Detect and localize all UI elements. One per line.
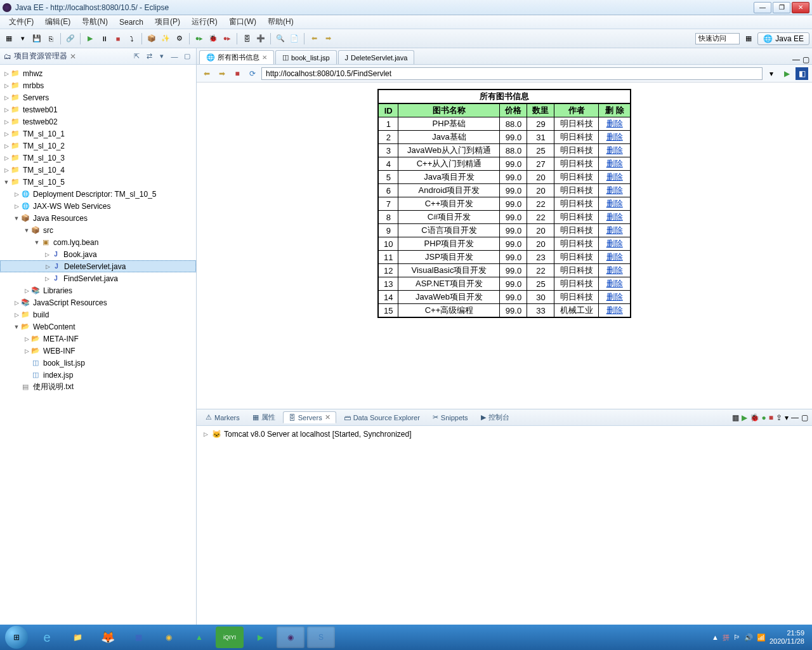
collapse-all-icon[interactable]: ⇱ — [131, 51, 141, 62]
delete-link[interactable]: 删除 — [606, 225, 623, 235]
run-icon[interactable]: ●▸ — [193, 32, 206, 45]
minimize-button[interactable]: — — [754, 2, 771, 13]
view-menu-icon[interactable]: ▾ — [157, 51, 167, 62]
expand-icon[interactable]: ▷ — [13, 299, 20, 307]
expand-icon[interactable] — [23, 371, 30, 379]
new-server-icon[interactable]: ➕ — [254, 32, 267, 45]
search-icon[interactable]: 🔍 — [274, 32, 287, 45]
expand-icon[interactable]: ▷ — [3, 106, 10, 114]
explorer-icon[interactable]: 📁 — [63, 627, 91, 648]
close-icon[interactable]: ✕ — [262, 54, 267, 61]
expand-icon[interactable] — [13, 383, 20, 391]
expand-icon[interactable]: ▷ — [3, 166, 10, 174]
bottom-tab-属性[interactable]: ▦属性 — [247, 411, 280, 423]
tree-item[interactable]: ▷DeleteServlet.java — [0, 260, 196, 272]
tree-item[interactable]: ▷WEB-INF — [0, 345, 196, 357]
expand-icon[interactable]: ▷ — [3, 94, 10, 102]
bottom-max-icon[interactable]: ▢ — [801, 413, 808, 422]
delete-link[interactable]: 删除 — [606, 119, 623, 128]
tree-item[interactable]: ▷mrbbs — [0, 79, 196, 91]
tree-item[interactable]: ▷FindServlet.java — [0, 272, 196, 284]
minimize-view-icon[interactable]: — — [169, 51, 180, 62]
start-button[interactable]: ⊞ — [3, 627, 30, 648]
expand-icon[interactable]: ▷ — [3, 118, 10, 126]
expand-icon[interactable]: ▼ — [13, 215, 20, 222]
flag-icon[interactable]: 🏳 — [733, 633, 740, 641]
server-view-icon[interactable]: ▦ — [732, 413, 739, 422]
ext-run-icon[interactable]: ●▸ — [221, 32, 233, 45]
menu-Search[interactable]: Search — [114, 17, 148, 28]
app2-icon[interactable]: ◉ — [155, 627, 183, 648]
bottom-min-icon[interactable]: — — [791, 413, 799, 422]
tree-item[interactable]: ▷TM_sl_10_3 — [0, 152, 196, 164]
tree-item[interactable]: ▷Book.java — [0, 248, 196, 260]
delete-link[interactable]: 删除 — [606, 185, 623, 195]
open-perspective-icon[interactable]: ▦ — [742, 32, 755, 45]
expand-icon[interactable]: ▷ — [43, 251, 51, 258]
bottom-tab-Snippets[interactable]: ✂Snippets — [428, 412, 473, 423]
stop-load-icon[interactable]: ■ — [231, 67, 244, 80]
expand-icon[interactable]: ▷ — [13, 311, 20, 319]
tree-item[interactable]: index.jsp — [0, 369, 196, 381]
expand-icon[interactable]: ▷ — [13, 190, 20, 198]
delete-link[interactable]: 删除 — [606, 145, 623, 155]
maximize-button[interactable]: ❐ — [773, 2, 790, 13]
tray-icon[interactable]: ▲ — [712, 633, 719, 641]
expand-icon[interactable]: ▷ — [3, 130, 10, 138]
tree-item[interactable]: ▷Libraries — [0, 284, 196, 296]
app5-icon[interactable]: ▶ — [246, 627, 274, 648]
tree-item[interactable]: ▷JAX-WS Web Services — [0, 200, 196, 212]
minimize-editor-icon[interactable]: — — [792, 55, 800, 64]
menu-项目(P)[interactable]: 项目(P) — [150, 15, 185, 29]
volume-icon[interactable]: 🔊 — [744, 633, 753, 642]
app1-icon[interactable]: ▦ — [124, 627, 152, 648]
delete-link[interactable]: 删除 — [606, 292, 623, 302]
tree-item[interactable]: ▼com.lyq.bean — [0, 236, 196, 248]
stop-icon[interactable]: ■ — [112, 32, 124, 45]
tree-item[interactable]: ▷JavaScript Resources — [0, 296, 196, 308]
expand-icon[interactable] — [23, 359, 30, 367]
bottom-tab-Markers[interactable]: ⚠Markers — [200, 412, 245, 423]
tree-item[interactable]: ▷TM_sl_10_1 — [0, 128, 196, 140]
firefox-icon[interactable]: 🦊 — [94, 627, 122, 648]
pause-icon[interactable]: ⏸ — [98, 32, 110, 45]
url-dropdown-icon[interactable]: ▾ — [765, 67, 778, 80]
tree-item[interactable]: 使用说明.txt — [0, 381, 196, 393]
expand-icon[interactable]: ▼ — [3, 178, 10, 186]
menu-文件(F)[interactable]: 文件(F) — [4, 15, 39, 29]
delete-link[interactable]: 删除 — [606, 159, 623, 168]
tree-item[interactable]: ▼src — [0, 224, 196, 236]
network-icon[interactable]: 📶 — [757, 633, 766, 642]
menu-编辑(E)[interactable]: 编辑(E) — [40, 15, 75, 29]
save-all-icon[interactable]: ⎘ — [44, 32, 57, 45]
project-tree[interactable]: ▷mhwz▷mrbbs▷Servers▷testweb01▷testweb02▷… — [0, 65, 196, 625]
dropdown-icon[interactable]: ▾ — [16, 32, 29, 45]
iqiyi-icon[interactable]: iQIYI — [216, 627, 244, 648]
tree-item[interactable]: ▷build — [0, 308, 196, 321]
tree-item[interactable]: ▷META-INF — [0, 333, 196, 345]
system-tray[interactable]: ▲ 拼 🏳 🔊 📶 21:59 2020/11/28 — [712, 629, 809, 646]
expand-icon[interactable]: ▷ — [3, 142, 10, 150]
editor-tab[interactable]: 🌐所有图书信息✕ — [199, 50, 274, 64]
back-nav-icon[interactable]: ⬅ — [308, 32, 320, 45]
bottom-menu-icon[interactable]: ▾ — [785, 413, 789, 422]
expand-icon[interactable]: ▷ — [43, 275, 51, 282]
server-profile-icon[interactable]: ● — [762, 413, 766, 422]
save-icon[interactable]: 💾 — [30, 32, 43, 45]
menu-导航(N)[interactable]: 导航(N) — [77, 15, 113, 29]
expand-icon[interactable]: ▷ — [202, 430, 209, 438]
wizard-icon[interactable]: ✨ — [159, 32, 172, 45]
back-icon[interactable]: ⬅ — [200, 67, 213, 80]
expand-icon[interactable]: ▷ — [44, 263, 51, 270]
maximize-view-icon[interactable]: ▢ — [182, 51, 192, 62]
quick-access-input[interactable] — [695, 33, 740, 44]
close-button[interactable]: ✕ — [792, 2, 809, 13]
tree-item[interactable]: ▷TM_sl_10_4 — [0, 164, 196, 176]
forward-icon[interactable]: ➡ — [216, 67, 228, 80]
delete-link[interactable]: 删除 — [606, 252, 623, 262]
link-editor-icon[interactable]: ⇄ — [144, 51, 154, 62]
open-type-icon[interactable]: 📄 — [288, 32, 301, 45]
link-icon[interactable]: 🔗 — [64, 32, 77, 45]
ime-icon[interactable]: 拼 — [723, 633, 730, 642]
tree-item[interactable]: ▷testweb02 — [0, 116, 196, 128]
